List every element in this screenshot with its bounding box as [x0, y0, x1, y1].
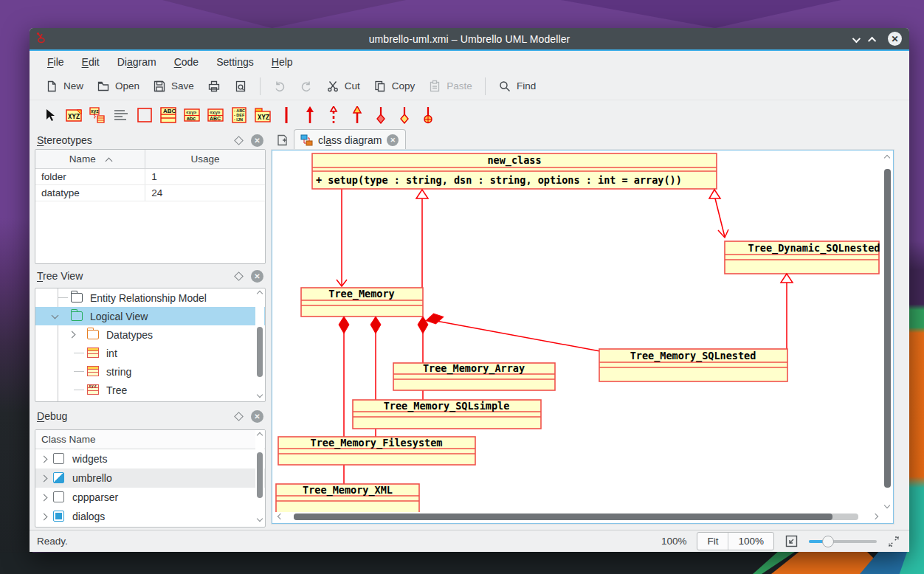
interface-tool[interactable]: ABC	[156, 104, 180, 126]
dependency-tool[interactable]	[322, 104, 345, 126]
containment-tool[interactable]	[416, 104, 440, 126]
uml-class-tree_dynamic_sqlnested[interactable]: Tree_Dynamic_SQLnested	[725, 241, 880, 274]
composition-tree_memory-sqlnested[interactable]	[436, 321, 600, 351]
print-button[interactable]	[201, 76, 227, 97]
uml-class-tree_memory_sqlnested[interactable]: Tree_Memory_SQLnested	[599, 349, 787, 381]
minimize-button[interactable]	[852, 33, 858, 45]
open-button[interactable]: Open	[90, 76, 146, 97]
scroll-down-icon[interactable]	[257, 392, 263, 398]
enum-tool[interactable]: «xy»ABC	[204, 104, 227, 126]
checkbox-unchecked[interactable]	[53, 491, 64, 502]
scroll-up-icon[interactable]	[257, 291, 263, 297]
float-dock-icon[interactable]	[234, 272, 244, 281]
vertical-scrollbar[interactable]	[883, 151, 892, 512]
zoom-slider-handle[interactable]	[822, 536, 834, 547]
debug-column-header[interactable]: Class Name	[35, 430, 265, 449]
object-tool[interactable]: xyz	[86, 104, 109, 126]
new-button[interactable]: New	[38, 76, 90, 97]
tree-item-logical-view[interactable]: Logical View	[35, 307, 265, 325]
zoom-slider[interactable]	[809, 535, 877, 548]
menu-settings[interactable]: Settings	[209, 54, 261, 70]
checkbox-partial[interactable]	[53, 472, 64, 483]
scrollbar-thumb[interactable]	[294, 514, 832, 520]
fit-button[interactable]: Fit	[697, 533, 728, 550]
fit-page-icon[interactable]	[785, 534, 799, 548]
debug-row-cppparser[interactable]: cppparser	[35, 488, 265, 507]
menu-edit[interactable]: Edit	[75, 54, 107, 70]
fullscreen-icon[interactable]	[887, 535, 900, 548]
redo-button[interactable]	[293, 76, 320, 97]
debug-row-umbrello[interactable]: umbrello	[35, 468, 265, 488]
close-button[interactable]: ✕	[888, 32, 902, 46]
scroll-up-icon[interactable]	[884, 155, 890, 161]
text-tool[interactable]	[109, 104, 133, 126]
scrollbar-thumb[interactable]	[257, 327, 263, 377]
copy-button[interactable]: Copy	[367, 76, 422, 97]
scroll-left-icon[interactable]	[277, 514, 283, 519]
close-dock-button[interactable]: ✕	[251, 134, 263, 147]
expander-open-icon[interactable]	[52, 312, 59, 319]
float-dock-icon[interactable]	[234, 136, 244, 145]
datatype-tool[interactable]: «xy»abc	[180, 104, 204, 126]
menu-code[interactable]: Code	[167, 54, 206, 70]
cursor-tool[interactable]	[38, 104, 62, 126]
tab-class-diagram[interactable]: class diagram ✕	[294, 129, 406, 150]
scrollbar-thumb[interactable]	[257, 452, 263, 498]
box-tool[interactable]	[133, 104, 156, 126]
enum-literals-tool[interactable]: - ABC- DEF- IJN	[227, 104, 251, 126]
tree-item-string[interactable]: string	[35, 362, 265, 381]
menu-file[interactable]: File	[40, 54, 72, 70]
uni-association-tool[interactable]	[298, 104, 322, 126]
zoom-100-button[interactable]: 100%	[728, 533, 773, 550]
close-dock-button[interactable]: ✕	[251, 410, 263, 423]
horizontal-scrollbar[interactable]	[273, 511, 883, 522]
paste-button[interactable]: Paste	[421, 76, 479, 97]
menu-diagram[interactable]: Diagram	[110, 54, 164, 70]
generalization-tool[interactable]	[345, 104, 369, 126]
scroll-down-icon[interactable]	[257, 516, 263, 522]
tab-close-button[interactable]: ✕	[387, 134, 399, 146]
diagram-canvas[interactable]: new_class + setup(type : string, dsn : s…	[272, 150, 894, 524]
cut-button[interactable]: Cut	[320, 76, 367, 97]
scrollbar-thumb[interactable]	[884, 169, 891, 488]
table-row[interactable]: folder 1	[35, 169, 265, 185]
find-button[interactable]: Find	[492, 76, 542, 97]
uml-class-tree_memory_sqlsimple[interactable]: Tree_Memory_SQLsimple	[353, 400, 541, 429]
menu-help[interactable]: Help	[264, 54, 300, 70]
scroll-down-icon[interactable]	[884, 502, 890, 508]
debug-row-widgets[interactable]: widgets	[35, 449, 265, 468]
composition-tool[interactable]	[369, 104, 393, 126]
uml-class-tree_memory_xml[interactable]: Tree_Memory_XML	[276, 484, 419, 512]
checkbox-checked[interactable]	[53, 511, 64, 522]
stereotypes-dock-titlebar[interactable]: Stereotypes ✕	[32, 131, 268, 149]
package-tool[interactable]: XYZ	[251, 104, 275, 126]
tree-view-dock-titlebar[interactable]: Tree View ✕	[32, 267, 268, 285]
float-dock-icon[interactable]	[234, 412, 244, 421]
debug-scrollbar[interactable]	[255, 430, 264, 527]
table-row[interactable]: datatype 24	[35, 185, 265, 201]
expander-closed-icon[interactable]	[41, 494, 48, 502]
expander-closed-icon[interactable]	[69, 331, 76, 339]
expander-closed-icon[interactable]	[41, 475, 48, 483]
column-header-usage[interactable]: Usage	[145, 150, 265, 168]
expander-closed-icon[interactable]	[41, 514, 48, 521]
titlebar[interactable]: umbrello-uml.xmi – Umbrello UML Modeller…	[30, 28, 909, 49]
tree-item-datatypes[interactable]: Datatypes	[35, 325, 265, 344]
debug-dock-titlebar[interactable]: Debug ✕	[32, 407, 268, 425]
uml-class-tree_memory_array[interactable]: Tree_Memory_Array	[393, 362, 555, 390]
column-header-name[interactable]: Name	[35, 150, 145, 168]
debug-row-dialogs[interactable]: dialogs	[35, 507, 265, 526]
print-preview-button[interactable]	[227, 76, 254, 97]
association-tool[interactable]	[275, 104, 298, 126]
tree-item-tree[interactable]: xyz Tree	[35, 381, 265, 399]
class-tool[interactable]: XYZ	[62, 104, 86, 126]
new-tab-button[interactable]	[272, 131, 294, 150]
uml-class-tree_memory[interactable]: Tree_Memory	[301, 288, 423, 317]
undo-button[interactable]	[266, 76, 293, 97]
checkbox-unchecked[interactable]	[53, 453, 64, 464]
close-dock-button[interactable]: ✕	[251, 270, 263, 283]
aggregation-tool[interactable]	[393, 104, 416, 126]
save-button[interactable]: Save	[146, 76, 201, 97]
expander-closed-icon[interactable]	[41, 456, 48, 463]
tree-item-entity-relationship-model[interactable]: Entity Relationship Model	[35, 288, 265, 307]
